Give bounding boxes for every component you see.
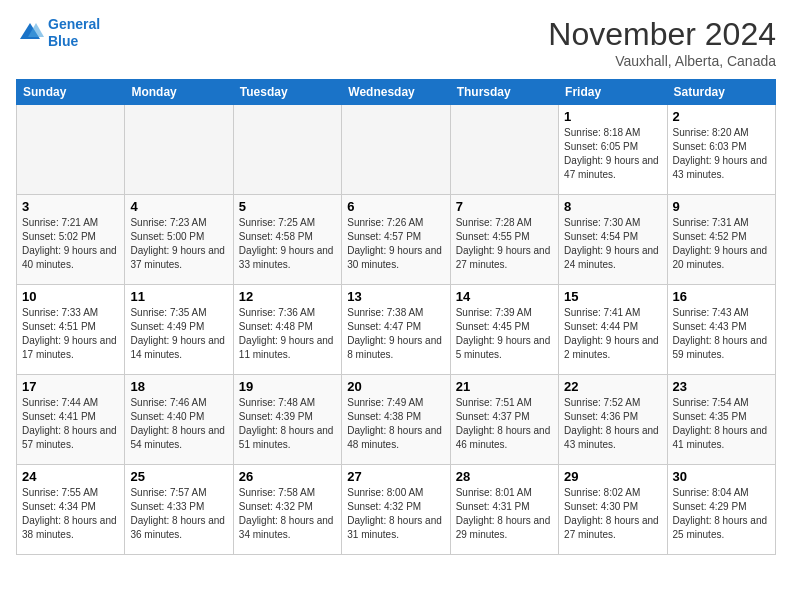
calendar-cell: 30Sunrise: 8:04 AM Sunset: 4:29 PM Dayli…: [667, 465, 775, 555]
calendar-cell: [125, 105, 233, 195]
day-number: 27: [347, 469, 444, 484]
day-info: Sunrise: 7:51 AM Sunset: 4:37 PM Dayligh…: [456, 396, 553, 452]
day-info: Sunrise: 8:02 AM Sunset: 4:30 PM Dayligh…: [564, 486, 661, 542]
day-number: 7: [456, 199, 553, 214]
calendar-cell: 22Sunrise: 7:52 AM Sunset: 4:36 PM Dayli…: [559, 375, 667, 465]
week-row-2: 3Sunrise: 7:21 AM Sunset: 5:02 PM Daylig…: [17, 195, 776, 285]
calendar-cell: 11Sunrise: 7:35 AM Sunset: 4:49 PM Dayli…: [125, 285, 233, 375]
calendar-cell: 18Sunrise: 7:46 AM Sunset: 4:40 PM Dayli…: [125, 375, 233, 465]
calendar-cell: 4Sunrise: 7:23 AM Sunset: 5:00 PM Daylig…: [125, 195, 233, 285]
day-number: 1: [564, 109, 661, 124]
col-header-friday: Friday: [559, 80, 667, 105]
day-number: 18: [130, 379, 227, 394]
title-block: November 2024 Vauxhall, Alberta, Canada: [548, 16, 776, 69]
day-info: Sunrise: 7:26 AM Sunset: 4:57 PM Dayligh…: [347, 216, 444, 272]
calendar-cell: 7Sunrise: 7:28 AM Sunset: 4:55 PM Daylig…: [450, 195, 558, 285]
calendar-cell: 19Sunrise: 7:48 AM Sunset: 4:39 PM Dayli…: [233, 375, 341, 465]
day-number: 13: [347, 289, 444, 304]
col-header-tuesday: Tuesday: [233, 80, 341, 105]
week-row-5: 24Sunrise: 7:55 AM Sunset: 4:34 PM Dayli…: [17, 465, 776, 555]
calendar-cell: [233, 105, 341, 195]
calendar-cell: 21Sunrise: 7:51 AM Sunset: 4:37 PM Dayli…: [450, 375, 558, 465]
calendar-cell: 12Sunrise: 7:36 AM Sunset: 4:48 PM Dayli…: [233, 285, 341, 375]
day-info: Sunrise: 7:28 AM Sunset: 4:55 PM Dayligh…: [456, 216, 553, 272]
calendar-cell: 14Sunrise: 7:39 AM Sunset: 4:45 PM Dayli…: [450, 285, 558, 375]
logo-text: General Blue: [48, 16, 100, 50]
day-number: 5: [239, 199, 336, 214]
day-info: Sunrise: 7:43 AM Sunset: 4:43 PM Dayligh…: [673, 306, 770, 362]
day-info: Sunrise: 8:01 AM Sunset: 4:31 PM Dayligh…: [456, 486, 553, 542]
day-number: 15: [564, 289, 661, 304]
day-info: Sunrise: 7:30 AM Sunset: 4:54 PM Dayligh…: [564, 216, 661, 272]
calendar-cell: 16Sunrise: 7:43 AM Sunset: 4:43 PM Dayli…: [667, 285, 775, 375]
col-header-wednesday: Wednesday: [342, 80, 450, 105]
day-number: 21: [456, 379, 553, 394]
header-row: SundayMondayTuesdayWednesdayThursdayFrid…: [17, 80, 776, 105]
day-info: Sunrise: 7:52 AM Sunset: 4:36 PM Dayligh…: [564, 396, 661, 452]
calendar-cell: 6Sunrise: 7:26 AM Sunset: 4:57 PM Daylig…: [342, 195, 450, 285]
day-info: Sunrise: 7:33 AM Sunset: 4:51 PM Dayligh…: [22, 306, 119, 362]
calendar-cell: 17Sunrise: 7:44 AM Sunset: 4:41 PM Dayli…: [17, 375, 125, 465]
logo: General Blue: [16, 16, 100, 50]
day-info: Sunrise: 7:54 AM Sunset: 4:35 PM Dayligh…: [673, 396, 770, 452]
day-number: 22: [564, 379, 661, 394]
page-header: General Blue November 2024 Vauxhall, Alb…: [16, 16, 776, 69]
col-header-thursday: Thursday: [450, 80, 558, 105]
day-number: 3: [22, 199, 119, 214]
calendar-cell: 13Sunrise: 7:38 AM Sunset: 4:47 PM Dayli…: [342, 285, 450, 375]
calendar-cell: [342, 105, 450, 195]
calendar-cell: 9Sunrise: 7:31 AM Sunset: 4:52 PM Daylig…: [667, 195, 775, 285]
day-info: Sunrise: 8:20 AM Sunset: 6:03 PM Dayligh…: [673, 126, 770, 182]
day-number: 26: [239, 469, 336, 484]
calendar-cell: 5Sunrise: 7:25 AM Sunset: 4:58 PM Daylig…: [233, 195, 341, 285]
calendar-cell: [17, 105, 125, 195]
day-info: Sunrise: 7:48 AM Sunset: 4:39 PM Dayligh…: [239, 396, 336, 452]
day-info: Sunrise: 7:58 AM Sunset: 4:32 PM Dayligh…: [239, 486, 336, 542]
calendar-cell: 29Sunrise: 8:02 AM Sunset: 4:30 PM Dayli…: [559, 465, 667, 555]
calendar-cell: 27Sunrise: 8:00 AM Sunset: 4:32 PM Dayli…: [342, 465, 450, 555]
calendar-cell: 26Sunrise: 7:58 AM Sunset: 4:32 PM Dayli…: [233, 465, 341, 555]
col-header-monday: Monday: [125, 80, 233, 105]
day-number: 6: [347, 199, 444, 214]
calendar-cell: 20Sunrise: 7:49 AM Sunset: 4:38 PM Dayli…: [342, 375, 450, 465]
day-number: 23: [673, 379, 770, 394]
col-header-sunday: Sunday: [17, 80, 125, 105]
day-number: 16: [673, 289, 770, 304]
day-number: 20: [347, 379, 444, 394]
day-info: Sunrise: 7:57 AM Sunset: 4:33 PM Dayligh…: [130, 486, 227, 542]
day-number: 9: [673, 199, 770, 214]
calendar-cell: 15Sunrise: 7:41 AM Sunset: 4:44 PM Dayli…: [559, 285, 667, 375]
col-header-saturday: Saturday: [667, 80, 775, 105]
calendar-cell: 10Sunrise: 7:33 AM Sunset: 4:51 PM Dayli…: [17, 285, 125, 375]
day-info: Sunrise: 8:18 AM Sunset: 6:05 PM Dayligh…: [564, 126, 661, 182]
day-number: 29: [564, 469, 661, 484]
logo-icon: [16, 19, 44, 47]
day-info: Sunrise: 7:55 AM Sunset: 4:34 PM Dayligh…: [22, 486, 119, 542]
calendar-table: SundayMondayTuesdayWednesdayThursdayFrid…: [16, 79, 776, 555]
day-number: 10: [22, 289, 119, 304]
calendar-cell: 25Sunrise: 7:57 AM Sunset: 4:33 PM Dayli…: [125, 465, 233, 555]
location: Vauxhall, Alberta, Canada: [548, 53, 776, 69]
calendar-cell: 1Sunrise: 8:18 AM Sunset: 6:05 PM Daylig…: [559, 105, 667, 195]
calendar-cell: 23Sunrise: 7:54 AM Sunset: 4:35 PM Dayli…: [667, 375, 775, 465]
week-row-1: 1Sunrise: 8:18 AM Sunset: 6:05 PM Daylig…: [17, 105, 776, 195]
day-number: 17: [22, 379, 119, 394]
day-info: Sunrise: 8:00 AM Sunset: 4:32 PM Dayligh…: [347, 486, 444, 542]
day-info: Sunrise: 7:44 AM Sunset: 4:41 PM Dayligh…: [22, 396, 119, 452]
day-info: Sunrise: 7:46 AM Sunset: 4:40 PM Dayligh…: [130, 396, 227, 452]
calendar-cell: 28Sunrise: 8:01 AM Sunset: 4:31 PM Dayli…: [450, 465, 558, 555]
day-info: Sunrise: 7:31 AM Sunset: 4:52 PM Dayligh…: [673, 216, 770, 272]
calendar-cell: 3Sunrise: 7:21 AM Sunset: 5:02 PM Daylig…: [17, 195, 125, 285]
day-number: 12: [239, 289, 336, 304]
day-info: Sunrise: 7:39 AM Sunset: 4:45 PM Dayligh…: [456, 306, 553, 362]
week-row-3: 10Sunrise: 7:33 AM Sunset: 4:51 PM Dayli…: [17, 285, 776, 375]
day-info: Sunrise: 7:38 AM Sunset: 4:47 PM Dayligh…: [347, 306, 444, 362]
day-number: 8: [564, 199, 661, 214]
calendar-cell: [450, 105, 558, 195]
calendar-cell: 8Sunrise: 7:30 AM Sunset: 4:54 PM Daylig…: [559, 195, 667, 285]
day-number: 2: [673, 109, 770, 124]
day-number: 11: [130, 289, 227, 304]
day-info: Sunrise: 7:25 AM Sunset: 4:58 PM Dayligh…: [239, 216, 336, 272]
day-info: Sunrise: 7:41 AM Sunset: 4:44 PM Dayligh…: [564, 306, 661, 362]
day-number: 4: [130, 199, 227, 214]
